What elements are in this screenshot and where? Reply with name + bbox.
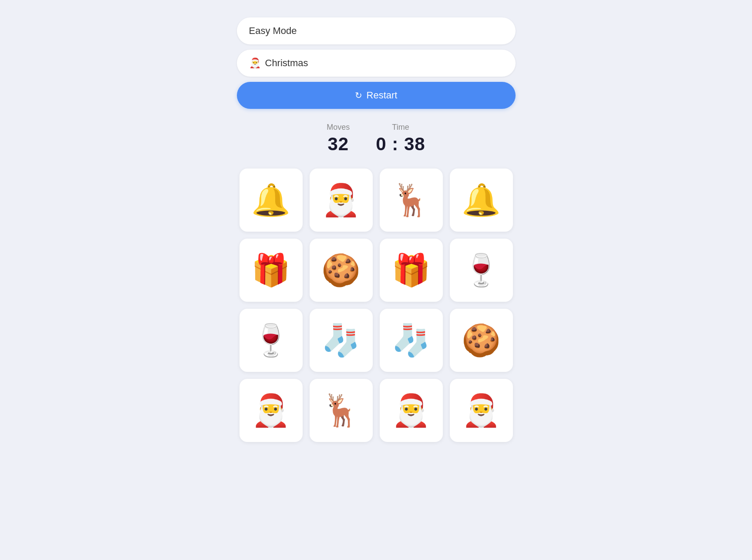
mode-display: Easy Mode [237,17,516,44]
theme-display: 🎅 Christmas [237,50,516,77]
card-9[interactable]: 🧦 [310,309,373,372]
card-grid: 🔔🎅🦌🔔🎁🍪🎁🍷🍷🧦🧦🍪🎅🦌🎅🎅 [239,169,513,442]
moves-value: 32 [327,134,349,155]
card-14[interactable]: 🎅 [380,379,443,442]
card-11[interactable]: 🍪 [450,309,513,372]
card-1[interactable]: 🎅 [310,169,373,232]
card-4[interactable]: 🎁 [239,239,303,302]
time-label: Time [392,123,409,132]
card-12[interactable]: 🎅 [239,379,303,442]
time-stat: Time 0 : 38 [376,123,425,155]
theme-emoji-icon: 🎅 [249,57,261,69]
card-7[interactable]: 🍷 [450,239,513,302]
card-0[interactable]: 🔔 [239,169,303,232]
card-5[interactable]: 🍪 [310,239,373,302]
mode-label: Easy Mode [249,25,297,37]
card-8[interactable]: 🍷 [239,309,303,372]
card-2[interactable]: 🦌 [380,169,443,232]
moves-stat: Moves 32 [327,123,350,155]
restart-label: Restart [367,90,398,101]
stats-container: Moves 32 Time 0 : 38 [327,123,425,155]
card-10[interactable]: 🧦 [380,309,443,372]
theme-label: Christmas [265,57,308,69]
card-6[interactable]: 🎁 [380,239,443,302]
main-container: Easy Mode 🎅 Christmas ↻ Restart Moves 32… [237,17,516,442]
moves-label: Moves [327,123,350,132]
card-15[interactable]: 🎅 [450,379,513,442]
time-value: 0 : 38 [376,134,425,155]
restart-button[interactable]: ↻ Restart [237,82,516,109]
card-13[interactable]: 🦌 [310,379,373,442]
card-3[interactable]: 🔔 [450,169,513,232]
restart-icon: ↻ [355,90,362,101]
